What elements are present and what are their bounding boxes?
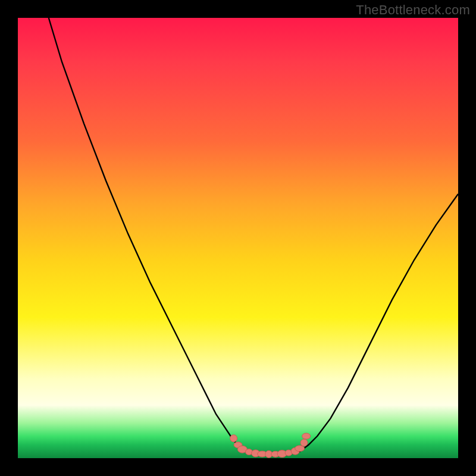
floor-marker bbox=[230, 435, 237, 442]
floor-markers bbox=[230, 433, 311, 458]
floor-marker bbox=[302, 433, 311, 439]
curve-layer bbox=[18, 18, 458, 458]
bottleneck-curve bbox=[49, 18, 458, 455]
chart-frame: TheBottleneck.com bbox=[0, 0, 476, 476]
watermark-text: TheBottleneck.com bbox=[356, 2, 470, 18]
floor-marker bbox=[300, 439, 308, 446]
